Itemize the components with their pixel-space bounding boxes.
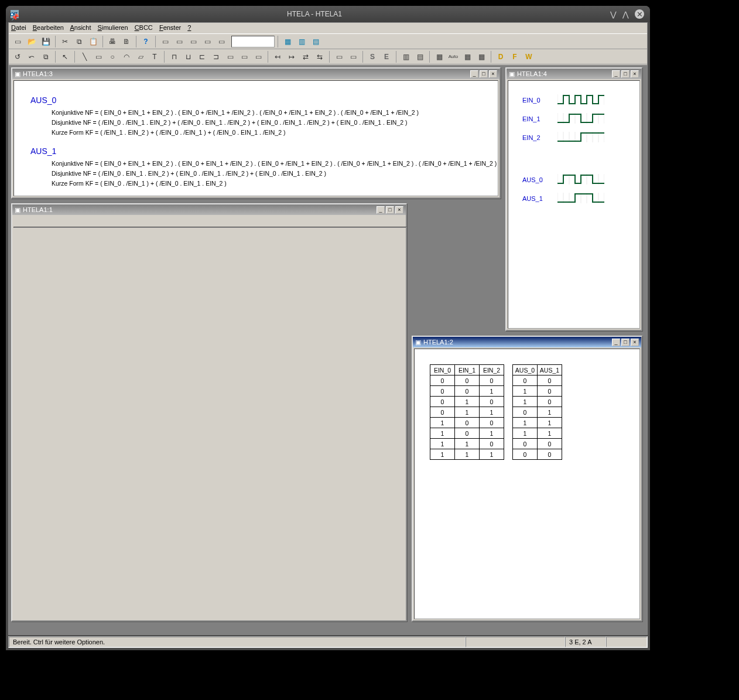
max-icon[interactable]: □ bbox=[621, 339, 629, 346]
g6-icon[interactable]: ▭ bbox=[238, 50, 251, 63]
tool-d-icon[interactable]: ▭ bbox=[201, 35, 214, 48]
table-row: 111 bbox=[430, 449, 504, 460]
menu-help[interactable]: ? bbox=[187, 24, 191, 31]
poly-icon[interactable]: ▱ bbox=[134, 50, 147, 63]
window-title: HTELA - HTELA1 bbox=[19, 10, 610, 18]
menu-cbcc[interactable]: CBCC bbox=[135, 24, 153, 31]
table-row: 01 bbox=[513, 407, 562, 418]
t2-1-icon[interactable]: ↺ bbox=[11, 50, 24, 63]
close-icon[interactable]: × bbox=[631, 70, 639, 78]
new-icon[interactable]: ▭ bbox=[11, 35, 24, 48]
text-icon[interactable]: T bbox=[148, 50, 161, 63]
g1-icon[interactable]: ⊓ bbox=[167, 50, 180, 63]
preview-icon[interactable]: 🗎 bbox=[120, 35, 133, 48]
wave-row: EIN_2 bbox=[522, 130, 625, 145]
menu-simulieren[interactable]: Simulieren bbox=[98, 24, 128, 31]
pane-equations-title[interactable]: ▣ HTELA1:3 _ □ × bbox=[12, 69, 499, 79]
tt-header: AUS_0 bbox=[513, 365, 538, 375]
wave-signal bbox=[557, 132, 604, 144]
line-icon[interactable]: ╲ bbox=[78, 50, 91, 63]
g2-icon[interactable]: ⊔ bbox=[182, 50, 194, 63]
minimize-icon[interactable]: ⋁ bbox=[610, 10, 617, 19]
g3-icon[interactable]: ⊏ bbox=[196, 50, 208, 63]
max-icon[interactable]: □ bbox=[386, 206, 394, 214]
menu-bearbeiten[interactable]: Bearbeiten bbox=[33, 24, 64, 31]
tt-header: EIN_0 bbox=[430, 365, 455, 375]
status-left: Bereit. Ctrl für weitere Optionen. bbox=[9, 637, 466, 647]
layout3-icon[interactable]: ▤ bbox=[309, 35, 322, 48]
help-icon[interactable]: ? bbox=[139, 35, 152, 48]
tt-header: EIN_2 bbox=[480, 365, 504, 375]
paste-icon[interactable]: 📋 bbox=[87, 35, 100, 48]
menubar[interactable]: Datei Bearbeiten Ansicht Simulieren CBCC… bbox=[9, 23, 647, 34]
t2-3-icon[interactable]: ⧉ bbox=[39, 50, 52, 63]
a2-icon[interactable]: ↦ bbox=[285, 50, 298, 63]
f-letter-button[interactable]: F bbox=[508, 50, 521, 63]
pane-truthtable-title[interactable]: ▣ HTELA1:2 _ □ × bbox=[413, 337, 641, 347]
min-icon[interactable]: _ bbox=[470, 70, 478, 78]
close-icon[interactable]: ✕ bbox=[635, 9, 644, 19]
s-letter-button[interactable]: S bbox=[366, 50, 379, 63]
tool-e-icon[interactable]: ▭ bbox=[215, 35, 228, 48]
layout1-icon[interactable]: ▦ bbox=[281, 35, 294, 48]
c5-icon[interactable]: ▦ bbox=[475, 50, 488, 63]
schematic-canvas[interactable]: EIN_0 >>EIN_1 >>EIN_2 >>HIGH_H1 HighAND_… bbox=[13, 227, 407, 228]
b2-icon[interactable]: ▭ bbox=[347, 50, 360, 63]
c2-icon[interactable]: ▤ bbox=[413, 50, 426, 63]
a1-icon[interactable]: ↤ bbox=[271, 50, 284, 63]
table-row: 110 bbox=[430, 439, 504, 449]
table-row: 101 bbox=[430, 428, 504, 439]
eq-aus1-head: AUS_1 bbox=[30, 145, 481, 158]
zoom-combo[interactable] bbox=[231, 36, 275, 47]
tool-c-icon[interactable]: ▭ bbox=[187, 35, 200, 48]
min-icon[interactable]: _ bbox=[612, 339, 620, 346]
g5-icon[interactable]: ▭ bbox=[224, 50, 237, 63]
open-icon[interactable]: 📂 bbox=[25, 35, 38, 48]
circle-icon[interactable]: ○ bbox=[106, 50, 119, 63]
g7-icon[interactable]: ▭ bbox=[252, 50, 265, 63]
d-letter-button[interactable]: D bbox=[494, 50, 507, 63]
maximize-icon[interactable]: ⋀ bbox=[622, 10, 629, 19]
max-icon[interactable]: □ bbox=[621, 70, 629, 78]
w-letter-button[interactable]: W bbox=[522, 50, 535, 63]
pane-waveform-title[interactable]: ▣ HTELA1:4 _ □ × bbox=[507, 69, 641, 79]
min-icon[interactable]: _ bbox=[377, 206, 385, 214]
menu-ansicht[interactable]: Ansicht bbox=[70, 24, 91, 31]
e-letter-button[interactable]: E bbox=[380, 50, 393, 63]
app-frame: Datei Bearbeiten Ansicht Simulieren CBCC… bbox=[8, 22, 648, 635]
a4-icon[interactable]: ⇆ bbox=[313, 50, 326, 63]
arc-icon[interactable]: ◠ bbox=[120, 50, 133, 63]
rect-icon[interactable]: ▭ bbox=[92, 50, 105, 63]
max-icon[interactable]: □ bbox=[480, 70, 488, 78]
print-icon[interactable]: 🖶 bbox=[106, 35, 119, 48]
close-icon[interactable]: × bbox=[395, 206, 403, 214]
tool-a-icon[interactable]: ▭ bbox=[159, 35, 172, 48]
copy-icon[interactable]: ⧉ bbox=[73, 35, 85, 48]
pin-icon[interactable]: 📌 bbox=[11, 13, 13, 16]
min-icon[interactable]: _ bbox=[612, 70, 620, 78]
c4-icon[interactable]: ▦ bbox=[461, 50, 474, 63]
t2-2-icon[interactable]: ⤺ bbox=[25, 50, 38, 63]
menu-fenster[interactable]: Fenster bbox=[159, 24, 181, 31]
c3-icon[interactable]: ▦ bbox=[433, 50, 446, 63]
close-icon[interactable]: × bbox=[631, 339, 639, 346]
titlebar[interactable]: HT 📌 HTELA - HTELA1 ⋁ ⋀ ✕ bbox=[6, 6, 650, 22]
g4-icon[interactable]: ⊐ bbox=[210, 50, 223, 63]
wave-row: AUS_0 bbox=[522, 172, 625, 187]
menu-datei[interactable]: Datei bbox=[11, 24, 26, 31]
layout2-icon[interactable]: ▥ bbox=[295, 35, 308, 48]
scrollbar-horizontal[interactable] bbox=[14, 227, 397, 227]
b1-icon[interactable]: ▭ bbox=[333, 50, 345, 63]
tool-b-icon[interactable]: ▭ bbox=[173, 35, 186, 48]
save-icon[interactable]: 💾 bbox=[39, 35, 52, 48]
pointer-icon[interactable]: ↖ bbox=[59, 50, 71, 63]
a3-icon[interactable]: ⇄ bbox=[299, 50, 312, 63]
mdi-area: ▣ HTELA1:3 _ □ × AUS_0 Konjunktive NF = … bbox=[9, 65, 647, 634]
pane-schematic-title[interactable]: ▣ HTELA1:1 _ □ × bbox=[12, 204, 406, 215]
auto-icon[interactable]: Auto bbox=[447, 50, 460, 63]
wave-signal bbox=[557, 113, 604, 125]
cut-icon[interactable]: ✂ bbox=[59, 35, 71, 48]
close-icon[interactable]: × bbox=[489, 70, 497, 78]
c1-icon[interactable]: ▥ bbox=[399, 50, 412, 63]
toolbar-1: ▭ 📂 💾 ✂ ⧉ 📋 🖶 🗎 ? ▭ ▭ ▭ ▭ ▭ ▦ ▥ ▤ bbox=[9, 34, 647, 49]
